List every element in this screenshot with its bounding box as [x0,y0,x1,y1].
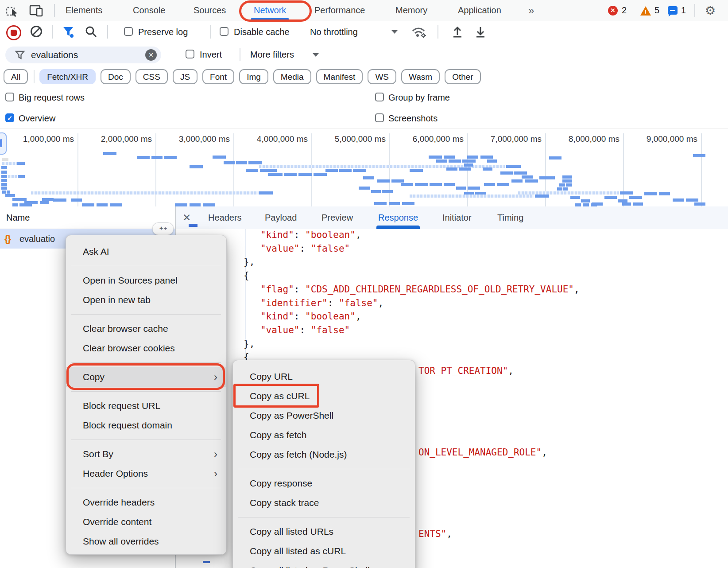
record-stop-icon[interactable] [6,25,21,40]
submenu-item-copy-as-powershell[interactable]: Copy as PowerShell [233,406,415,425]
throttling-caret-icon[interactable] [391,30,398,34]
disable-cache-label[interactable]: Disable cache [234,21,290,43]
overview-checkbox[interactable]: ✓ [5,113,14,122]
group-by-frame-label[interactable]: Group by frame [388,87,450,108]
import-har-icon[interactable] [451,25,464,39]
waterfall-bar [236,161,247,164]
menu-item-clear-browser-cookies[interactable]: Clear browser cookies [66,338,226,358]
type-filter-media[interactable]: Media [273,69,311,84]
menu-item-sort-by[interactable]: Sort By› [66,444,226,464]
waterfall-bar [618,199,627,202]
invert-checkbox[interactable] [186,50,194,58]
ai-sparkle-badge[interactable]: ✦+ [152,222,174,235]
big-request-rows-label[interactable]: Big request rows [19,87,85,108]
waterfall-bar [622,202,631,206]
submenu-item-copy-all-listed-as-powershell[interactable]: Copy all listed as PowerShell [233,561,415,568]
waterfall-bar [449,160,461,163]
type-filter-manifest[interactable]: Manifest [316,69,363,84]
type-filter-doc[interactable]: Doc [101,69,131,84]
disable-cache-checkbox[interactable] [220,27,228,36]
waterfall-bar [110,203,122,206]
menu-item-override-content[interactable]: Override content [66,512,226,532]
detail-tab-payload[interactable]: Payload [265,206,297,229]
big-request-rows-checkbox[interactable] [5,93,14,101]
type-filter-fetch-xhr[interactable]: Fetch/XHR [39,69,96,84]
screenshots-label[interactable]: Screenshots [388,108,438,128]
submenu-item-copy-as-fetch-node-js[interactable]: Copy as fetch (Node.js) [233,445,415,464]
clear-icon[interactable] [30,25,43,38]
filter-icon[interactable] [62,26,75,38]
network-conditions-icon[interactable] [411,25,427,39]
waterfall-bar [97,203,108,206]
waterfall-bar [40,201,49,204]
type-filter-js[interactable]: JS [173,69,197,84]
panel-tab-performance[interactable]: Performance [314,0,365,21]
overview-drag-handle[interactable] [0,132,7,155]
export-har-icon[interactable] [474,25,487,39]
warning-icon[interactable]: ! [640,6,651,16]
panel-tab-memory[interactable]: Memory [395,0,427,21]
detail-tab-initiator[interactable]: Initiator [442,206,472,229]
error-icon[interactable]: ✕ [608,6,618,16]
waterfall-bar [444,183,455,186]
panel-tab-sources[interactable]: Sources [194,0,226,21]
detail-tab-timing[interactable]: Timing [497,206,523,229]
menu-item-block-request-url[interactable]: Block request URL [66,396,226,416]
type-filter-wasm[interactable]: Wasm [401,69,440,84]
type-filter-css[interactable]: CSS [136,69,168,84]
waterfall-bar [446,167,457,171]
submenu-item-copy-as-fetch[interactable]: Copy as fetch [233,425,415,445]
waterfall-bar [401,183,413,186]
menu-item-block-request-domain[interactable]: Block request domain [66,416,226,435]
more-filters-button[interactable]: More filters [250,43,294,66]
request-name[interactable]: evaluatio [19,229,55,249]
settings-gear-icon[interactable]: ⚙ [705,0,716,21]
submenu-item-copy-all-listed-urls[interactable]: Copy all listed URLs [233,522,415,541]
clear-filter-icon[interactable]: ✕ [145,49,157,61]
preserve-log-checkbox[interactable] [124,27,133,36]
menu-item-open-in-sources-panel[interactable]: Open in Sources panel [66,271,226,290]
type-filter-other[interactable]: Other [445,69,481,84]
network-overview-timeline[interactable]: 1,000,000 ms2,000,000 ms3,000,000 ms4,00… [0,128,728,207]
message-count[interactable]: 1 [681,0,686,21]
more-filters-caret-icon[interactable] [313,53,319,57]
submenu-item-copy-stack-trace[interactable]: Copy stack trace [233,493,415,513]
name-column-header[interactable]: Name [0,206,175,229]
type-filter-ws[interactable]: WS [368,69,396,84]
menu-item-clear-browser-cache[interactable]: Clear browser cache [66,319,226,338]
device-toolbar-icon[interactable] [29,4,43,17]
menu-item-show-all-overrides[interactable]: Show all overrides [66,532,226,551]
error-count[interactable]: 2 [622,0,627,21]
group-by-frame-checkbox[interactable] [375,93,384,101]
type-filter-font[interactable]: Font [202,69,234,84]
submenu-item-copy-all-listed-as-curl[interactable]: Copy all listed as cURL [233,541,415,561]
submenu-item-copy-response[interactable]: Copy response [233,474,415,493]
type-filter-img[interactable]: Img [239,69,268,84]
panel-tab-elements[interactable]: Elements [66,0,102,21]
menu-item-override-headers[interactable]: Override headers [66,493,226,512]
screenshots-checkbox[interactable] [375,113,384,122]
panel-tab-console[interactable]: Console [133,0,165,21]
panel-tab-application[interactable]: Application [458,0,501,21]
warning-count[interactable]: 5 [654,0,659,21]
more-tabs-icon[interactable]: » [528,0,534,21]
waterfall-bar [298,173,312,176]
waterfall-bar [456,187,466,190]
search-icon[interactable] [85,26,97,38]
invert-label[interactable]: Invert [200,43,222,66]
inspect-element-icon[interactable] [5,4,19,17]
overview-label[interactable]: Overview [19,108,55,128]
preserve-log-label[interactable]: Preserve log [138,21,188,43]
detail-tab-preview[interactable]: Preview [321,206,353,229]
waterfall-bar [7,191,10,194]
throttling-select[interactable]: No throttling [310,21,358,43]
filter-funnel-icon [15,51,25,59]
menu-item-ask-ai[interactable]: Ask AI [66,242,226,261]
filter-input[interactable]: evaluations ✕ [5,47,161,63]
type-filter-all[interactable]: All [4,69,28,84]
console-message-icon[interactable] [668,6,678,15]
detail-tab-headers[interactable]: Headers [208,206,242,229]
menu-item-header-options[interactable]: Header Options› [66,464,226,483]
detail-tab-response[interactable]: Response [378,206,418,229]
menu-item-open-in-new-tab[interactable]: Open in new tab [66,290,226,310]
